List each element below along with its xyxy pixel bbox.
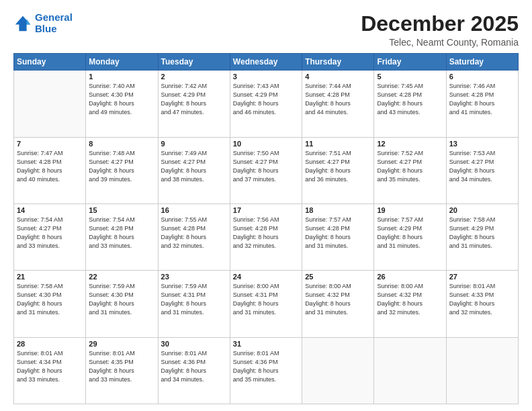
day-info: Sunrise: 8:00 AMSunset: 4:31 PMDaylight:… xyxy=(233,282,299,317)
calendar-week-row: 28Sunrise: 8:01 AMSunset: 4:34 PMDayligh… xyxy=(14,337,519,404)
day-info: Sunrise: 7:56 AMSunset: 4:28 PMDaylight:… xyxy=(233,216,299,250)
month-title: December 2025 xyxy=(361,12,519,36)
day-number: 19 xyxy=(377,206,443,214)
day-info: Sunrise: 7:49 AMSunset: 4:27 PMDaylight:… xyxy=(161,149,227,184)
table-row: 18Sunrise: 7:57 AMSunset: 4:28 PMDayligh… xyxy=(302,203,374,270)
day-info: Sunrise: 8:00 AMSunset: 4:32 PMDaylight:… xyxy=(305,282,371,317)
day-info: Sunrise: 8:01 AMSunset: 4:34 PMDaylight:… xyxy=(17,349,83,384)
calendar-header-row: SundayMondayTuesdayWednesdayThursdayFrid… xyxy=(14,54,519,71)
day-number: 23 xyxy=(161,273,227,281)
day-number: 22 xyxy=(89,273,154,281)
day-info: Sunrise: 8:01 AMSunset: 4:35 PMDaylight:… xyxy=(89,349,154,384)
table-row: 16Sunrise: 7:55 AMSunset: 4:28 PMDayligh… xyxy=(158,203,230,270)
table-row: 24Sunrise: 8:00 AMSunset: 4:31 PMDayligh… xyxy=(230,271,302,337)
calendar-table: SundayMondayTuesdayWednesdayThursdayFrid… xyxy=(13,53,519,404)
logo-icon xyxy=(13,14,32,33)
day-info: Sunrise: 7:54 AMSunset: 4:27 PMDaylight:… xyxy=(17,216,83,250)
day-info: Sunrise: 7:45 AMSunset: 4:28 PMDaylight:… xyxy=(377,82,443,117)
table-row: 29Sunrise: 8:01 AMSunset: 4:35 PMDayligh… xyxy=(86,337,158,404)
logo-line2: Blue xyxy=(35,23,57,34)
table-row: 27Sunrise: 8:01 AMSunset: 4:33 PMDayligh… xyxy=(446,271,518,337)
table-row: 13Sunrise: 7:53 AMSunset: 4:27 PMDayligh… xyxy=(446,137,518,203)
table-row: 5Sunrise: 7:45 AMSunset: 4:28 PMDaylight… xyxy=(374,71,446,137)
table-row: 14Sunrise: 7:54 AMSunset: 4:27 PMDayligh… xyxy=(14,203,86,270)
day-number: 21 xyxy=(17,273,83,281)
table-row: 19Sunrise: 7:57 AMSunset: 4:29 PMDayligh… xyxy=(374,203,446,270)
day-number: 30 xyxy=(161,340,227,348)
day-number: 7 xyxy=(17,140,83,148)
day-number: 27 xyxy=(449,273,515,281)
table-row: 28Sunrise: 8:01 AMSunset: 4:34 PMDayligh… xyxy=(14,337,86,404)
day-info: Sunrise: 7:42 AMSunset: 4:29 PMDaylight:… xyxy=(161,82,227,117)
day-info: Sunrise: 7:40 AMSunset: 4:30 PMDaylight:… xyxy=(89,82,154,117)
day-info: Sunrise: 8:00 AMSunset: 4:32 PMDaylight:… xyxy=(377,282,443,317)
table-row: 11Sunrise: 7:51 AMSunset: 4:27 PMDayligh… xyxy=(302,137,374,203)
day-number: 24 xyxy=(233,273,299,281)
table-row: 1Sunrise: 7:40 AMSunset: 4:30 PMDaylight… xyxy=(86,71,158,137)
day-number: 14 xyxy=(17,206,83,214)
day-info: Sunrise: 7:47 AMSunset: 4:28 PMDaylight:… xyxy=(17,149,83,184)
day-number: 3 xyxy=(233,73,299,81)
table-row xyxy=(374,337,446,404)
calendar-header-saturday: Saturday xyxy=(446,54,518,71)
table-row xyxy=(14,71,86,137)
day-number: 6 xyxy=(449,73,515,81)
day-info: Sunrise: 7:57 AMSunset: 4:28 PMDaylight:… xyxy=(305,216,371,250)
day-info: Sunrise: 7:46 AMSunset: 4:28 PMDaylight:… xyxy=(449,82,515,117)
calendar-week-row: 7Sunrise: 7:47 AMSunset: 4:28 PMDaylight… xyxy=(14,137,519,203)
day-info: Sunrise: 7:53 AMSunset: 4:27 PMDaylight:… xyxy=(449,149,515,184)
table-row: 4Sunrise: 7:44 AMSunset: 4:28 PMDaylight… xyxy=(302,71,374,137)
calendar-header-wednesday: Wednesday xyxy=(230,54,302,71)
day-number: 5 xyxy=(377,73,443,81)
day-number: 2 xyxy=(161,73,227,81)
page: General Blue December 2025 Telec, Neamt … xyxy=(0,0,532,411)
day-info: Sunrise: 7:55 AMSunset: 4:28 PMDaylight:… xyxy=(161,216,227,250)
day-number: 15 xyxy=(89,206,154,214)
day-number: 16 xyxy=(161,206,227,214)
day-info: Sunrise: 7:43 AMSunset: 4:29 PMDaylight:… xyxy=(233,82,299,117)
table-row: 31Sunrise: 8:01 AMSunset: 4:36 PMDayligh… xyxy=(230,337,302,404)
calendar-week-row: 14Sunrise: 7:54 AMSunset: 4:27 PMDayligh… xyxy=(14,203,519,270)
day-info: Sunrise: 8:01 AMSunset: 4:36 PMDaylight:… xyxy=(161,349,227,384)
table-row xyxy=(446,337,518,404)
title-block: December 2025 Telec, Neamt County, Roman… xyxy=(361,12,519,48)
table-row: 30Sunrise: 8:01 AMSunset: 4:36 PMDayligh… xyxy=(158,337,230,404)
table-row: 7Sunrise: 7:47 AMSunset: 4:28 PMDaylight… xyxy=(14,137,86,203)
day-info: Sunrise: 8:01 AMSunset: 4:33 PMDaylight:… xyxy=(449,282,515,317)
day-info: Sunrise: 7:57 AMSunset: 4:29 PMDaylight:… xyxy=(377,216,443,250)
header: General Blue December 2025 Telec, Neamt … xyxy=(13,12,519,48)
day-number: 11 xyxy=(305,140,371,148)
table-row: 10Sunrise: 7:50 AMSunset: 4:27 PMDayligh… xyxy=(230,137,302,203)
day-info: Sunrise: 7:58 AMSunset: 4:29 PMDaylight:… xyxy=(449,216,515,250)
day-info: Sunrise: 7:54 AMSunset: 4:28 PMDaylight:… xyxy=(89,216,154,250)
day-info: Sunrise: 7:59 AMSunset: 4:31 PMDaylight:… xyxy=(161,282,227,317)
table-row: 3Sunrise: 7:43 AMSunset: 4:29 PMDaylight… xyxy=(230,71,302,137)
day-number: 31 xyxy=(233,340,299,348)
table-row: 6Sunrise: 7:46 AMSunset: 4:28 PMDaylight… xyxy=(446,71,518,137)
day-number: 18 xyxy=(305,206,371,214)
table-row: 12Sunrise: 7:52 AMSunset: 4:27 PMDayligh… xyxy=(374,137,446,203)
day-info: Sunrise: 7:44 AMSunset: 4:28 PMDaylight:… xyxy=(305,82,371,117)
day-info: Sunrise: 7:59 AMSunset: 4:30 PMDaylight:… xyxy=(89,282,154,317)
day-info: Sunrise: 7:50 AMSunset: 4:27 PMDaylight:… xyxy=(233,149,299,184)
table-row: 17Sunrise: 7:56 AMSunset: 4:28 PMDayligh… xyxy=(230,203,302,270)
calendar-header-monday: Monday xyxy=(86,54,158,71)
table-row: 22Sunrise: 7:59 AMSunset: 4:30 PMDayligh… xyxy=(86,271,158,337)
logo-line1: General xyxy=(35,11,73,23)
table-row: 26Sunrise: 8:00 AMSunset: 4:32 PMDayligh… xyxy=(374,271,446,337)
day-number: 12 xyxy=(377,140,443,148)
day-number: 26 xyxy=(377,273,443,281)
day-number: 13 xyxy=(449,140,515,148)
day-info: Sunrise: 8:01 AMSunset: 4:36 PMDaylight:… xyxy=(233,349,299,384)
table-row: 25Sunrise: 8:00 AMSunset: 4:32 PMDayligh… xyxy=(302,271,374,337)
table-row: 23Sunrise: 7:59 AMSunset: 4:31 PMDayligh… xyxy=(158,271,230,337)
table-row: 20Sunrise: 7:58 AMSunset: 4:29 PMDayligh… xyxy=(446,203,518,270)
calendar-header-thursday: Thursday xyxy=(302,54,374,71)
day-info: Sunrise: 7:51 AMSunset: 4:27 PMDaylight:… xyxy=(305,149,371,184)
day-number: 25 xyxy=(305,273,371,281)
calendar-header-sunday: Sunday xyxy=(14,54,86,71)
day-number: 9 xyxy=(161,140,227,148)
table-row: 9Sunrise: 7:49 AMSunset: 4:27 PMDaylight… xyxy=(158,137,230,203)
table-row: 15Sunrise: 7:54 AMSunset: 4:28 PMDayligh… xyxy=(86,203,158,270)
table-row: 8Sunrise: 7:48 AMSunset: 4:27 PMDaylight… xyxy=(86,137,158,203)
